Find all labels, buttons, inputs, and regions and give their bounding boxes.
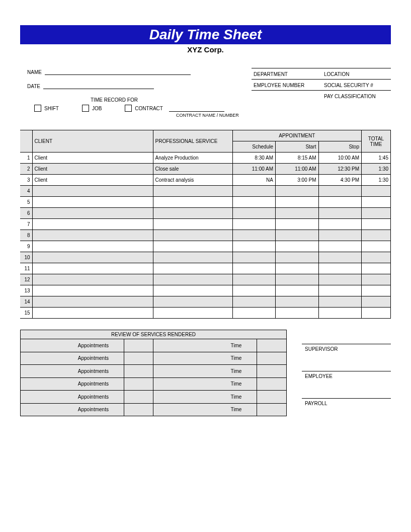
review-appointments-value[interactable] bbox=[124, 377, 153, 391]
cell-stop[interactable] bbox=[318, 197, 362, 208]
shift-checkbox[interactable] bbox=[34, 105, 41, 112]
cell-service[interactable]: Close sale bbox=[153, 164, 232, 175]
cell-start[interactable] bbox=[276, 263, 319, 274]
cell-stop[interactable] bbox=[318, 308, 362, 319]
cell-start[interactable]: 8:15 AM bbox=[276, 153, 319, 164]
cell-service[interactable] bbox=[153, 230, 232, 241]
review-time-value[interactable] bbox=[257, 365, 287, 378]
cell-service[interactable] bbox=[153, 296, 232, 308]
cell-start[interactable] bbox=[276, 285, 319, 296]
cell-service[interactable] bbox=[153, 263, 232, 274]
cell-schedule[interactable] bbox=[232, 285, 276, 296]
cell-stop[interactable] bbox=[318, 285, 362, 296]
cell-service[interactable] bbox=[153, 274, 232, 285]
cell-schedule[interactable] bbox=[232, 296, 276, 308]
name-input[interactable] bbox=[45, 68, 191, 75]
cell-start[interactable]: 3:00 PM bbox=[276, 175, 319, 186]
cell-stop[interactable] bbox=[318, 296, 362, 308]
cell-client[interactable] bbox=[32, 208, 153, 219]
cell-total[interactable] bbox=[362, 219, 391, 230]
cell-client[interactable] bbox=[32, 186, 153, 197]
cell-client[interactable]: Client bbox=[32, 153, 153, 164]
cell-service[interactable] bbox=[153, 208, 232, 219]
cell-service[interactable] bbox=[153, 241, 232, 252]
cell-schedule[interactable]: 11:00 AM bbox=[232, 164, 276, 175]
job-checkbox[interactable] bbox=[82, 105, 89, 112]
cell-start[interactable] bbox=[276, 252, 319, 263]
cell-stop[interactable] bbox=[318, 274, 362, 285]
review-time-value[interactable] bbox=[257, 339, 287, 352]
cell-service[interactable] bbox=[153, 285, 232, 296]
cell-schedule[interactable]: NA bbox=[232, 175, 276, 186]
cell-schedule[interactable] bbox=[232, 263, 276, 274]
review-appointments-value[interactable] bbox=[124, 352, 153, 365]
cell-total[interactable]: 1:30 bbox=[362, 164, 391, 175]
cell-service[interactable] bbox=[153, 308, 232, 319]
date-input[interactable] bbox=[43, 82, 154, 89]
cell-total[interactable] bbox=[362, 263, 391, 274]
cell-start[interactable]: 11:00 AM bbox=[276, 164, 319, 175]
cell-total[interactable] bbox=[362, 285, 391, 296]
cell-stop[interactable]: 4:30 PM bbox=[318, 175, 362, 186]
contract-checkbox[interactable] bbox=[125, 105, 132, 112]
cell-client[interactable] bbox=[32, 263, 153, 274]
cell-service[interactable]: Contract analysis bbox=[153, 175, 232, 186]
cell-stop[interactable] bbox=[318, 230, 362, 241]
cell-stop[interactable] bbox=[318, 208, 362, 219]
review-time-value[interactable] bbox=[257, 377, 287, 391]
cell-schedule[interactable] bbox=[232, 186, 276, 197]
cell-schedule[interactable] bbox=[232, 252, 276, 263]
cell-total[interactable] bbox=[362, 230, 391, 241]
review-time-value[interactable] bbox=[257, 403, 287, 416]
cell-start[interactable] bbox=[276, 274, 319, 285]
cell-start[interactable] bbox=[276, 308, 319, 319]
review-appointments-value[interactable] bbox=[124, 391, 153, 404]
cell-service[interactable]: Analyze Production bbox=[153, 153, 232, 164]
review-appointments-value[interactable] bbox=[124, 365, 153, 378]
cell-service[interactable] bbox=[153, 252, 232, 263]
cell-client[interactable] bbox=[32, 285, 153, 296]
cell-schedule[interactable] bbox=[232, 308, 276, 319]
cell-total[interactable] bbox=[362, 252, 391, 263]
cell-client[interactable] bbox=[32, 219, 153, 230]
cell-total[interactable] bbox=[362, 308, 391, 319]
cell-total[interactable] bbox=[362, 208, 391, 219]
cell-stop[interactable] bbox=[318, 219, 362, 230]
payroll-signature[interactable]: PAYROLL bbox=[302, 398, 391, 416]
contract-input[interactable] bbox=[169, 105, 224, 112]
cell-schedule[interactable] bbox=[232, 197, 276, 208]
cell-schedule[interactable] bbox=[232, 219, 276, 230]
cell-schedule[interactable] bbox=[232, 241, 276, 252]
cell-start[interactable] bbox=[276, 296, 319, 308]
cell-stop[interactable] bbox=[318, 252, 362, 263]
review-time-value[interactable] bbox=[257, 391, 287, 404]
review-appointments-value[interactable] bbox=[124, 339, 153, 352]
cell-start[interactable] bbox=[276, 197, 319, 208]
review-time-value[interactable] bbox=[257, 352, 287, 365]
cell-service[interactable] bbox=[153, 186, 232, 197]
cell-total[interactable]: 1:45 bbox=[362, 153, 391, 164]
cell-schedule[interactable] bbox=[232, 208, 276, 219]
cell-total[interactable] bbox=[362, 296, 391, 308]
cell-total[interactable]: 1:30 bbox=[362, 175, 391, 186]
cell-client[interactable] bbox=[32, 274, 153, 285]
cell-total[interactable] bbox=[362, 241, 391, 252]
cell-client[interactable] bbox=[32, 197, 153, 208]
cell-start[interactable] bbox=[276, 219, 319, 230]
cell-schedule[interactable]: 8:30 AM bbox=[232, 153, 276, 164]
cell-start[interactable] bbox=[276, 186, 319, 197]
cell-client[interactable] bbox=[32, 252, 153, 263]
cell-start[interactable] bbox=[276, 208, 319, 219]
cell-schedule[interactable] bbox=[232, 230, 276, 241]
cell-total[interactable] bbox=[362, 186, 391, 197]
review-appointments-value[interactable] bbox=[124, 403, 153, 416]
cell-service[interactable] bbox=[153, 197, 232, 208]
cell-stop[interactable] bbox=[318, 241, 362, 252]
cell-service[interactable] bbox=[153, 219, 232, 230]
cell-stop[interactable] bbox=[318, 186, 362, 197]
cell-client[interactable] bbox=[32, 296, 153, 308]
employee-signature[interactable]: EMPLOYEE bbox=[302, 371, 391, 389]
cell-client[interactable]: Client bbox=[32, 175, 153, 186]
cell-total[interactable] bbox=[362, 274, 391, 285]
cell-start[interactable] bbox=[276, 241, 319, 252]
